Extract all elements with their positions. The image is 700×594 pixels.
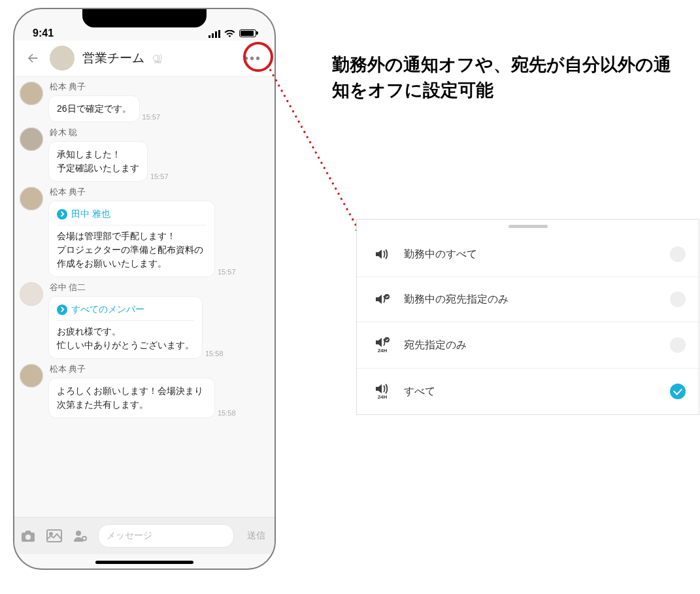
check-icon[interactable] — [670, 384, 686, 399]
svg-point-10 — [384, 294, 390, 299]
mention-label: すべてのメンバー — [71, 303, 144, 316]
radio-unchecked[interactable] — [670, 337, 686, 353]
message-time: 15:57 — [218, 268, 236, 277]
avatar[interactable] — [20, 282, 43, 306]
notification-settings-panel: 勤務中のすべて勤務中の宛先指定のみ24H宛先指定のみ24Hすべて — [356, 219, 699, 415]
add-person-icon[interactable] — [72, 528, 89, 544]
more-menu-button[interactable]: ••• — [240, 48, 265, 69]
option-label: 勤務中のすべて — [396, 248, 670, 261]
avatar[interactable] — [20, 82, 43, 105]
sender-name: 松本 典子 — [48, 364, 268, 375]
chat-body[interactable]: 松本 典子26日で確定です。15:57鈴木 聡承知しました！ 予定確認いたします… — [14, 76, 275, 527]
chat-title: 営業チーム — [82, 50, 144, 67]
battery-icon — [239, 29, 256, 37]
avatar[interactable] — [20, 364, 43, 388]
notification-option[interactable]: 24Hすべて — [357, 369, 699, 414]
svg-text:24H: 24H — [154, 60, 161, 63]
radio-unchecked[interactable] — [670, 246, 686, 262]
mention-arrow-icon — [57, 305, 67, 315]
message-text: 会場は管理部で手配します！ プロジェクターの準備と配布資料の作成をお願いいたしま… — [57, 229, 207, 271]
signal-icon — [208, 27, 220, 39]
drag-handle[interactable] — [508, 225, 548, 228]
gallery-icon[interactable] — [46, 528, 63, 544]
mention-arrow-icon — [57, 209, 67, 220]
chat-header: 営業チーム 24H ••• — [14, 41, 275, 76]
sender-name: 松本 典子 — [48, 82, 268, 93]
phone-frame: 9:41 営業チーム 24H ••• 松本 典子26日で確定です。15:57鈴木… — [13, 8, 276, 570]
message-text: 承知しました！ 予定確認いたします — [57, 148, 139, 175]
svg-point-7 — [76, 531, 81, 536]
speaker-icon: 24H — [369, 383, 396, 400]
message-row: 鈴木 聡承知しました！ 予定確認いたします15:57 — [20, 127, 268, 182]
camera-icon[interactable] — [20, 528, 37, 544]
message-time: 15:58 — [205, 350, 224, 359]
svg-point-11 — [384, 337, 390, 342]
notification-option[interactable]: 勤務中の宛先指定のみ — [357, 277, 699, 322]
notification-option[interactable]: 勤務中のすべて — [357, 232, 699, 277]
svg-point-6 — [50, 533, 52, 535]
send-button[interactable]: 送信 — [243, 530, 269, 542]
message-bubble[interactable]: 田中 雅也会場は管理部で手配します！ プロジェクターの準備と配布資料の作成をお願… — [48, 201, 215, 277]
message-time: 15:58 — [218, 409, 236, 418]
message-bubble[interactable]: 承知しました！ 予定確認いたします — [48, 141, 148, 182]
speaker-icon: 24H — [369, 337, 396, 354]
speaker-icon — [369, 293, 396, 305]
mention-tag[interactable]: すべてのメンバー — [57, 303, 194, 321]
message-row: 松本 典子田中 雅也会場は管理部で手配します！ プロジェクターの準備と配布資料の… — [20, 187, 268, 277]
message-text: よろしくお願いします！会場決まり次第また共有します。 — [57, 384, 207, 412]
svg-rect-3 — [218, 30, 220, 38]
message-row: 松本 典子26日で確定です。15:57 — [20, 82, 268, 122]
back-button[interactable] — [24, 49, 42, 67]
sender-name: 松本 典子 — [48, 187, 268, 198]
notification-option[interactable]: 24H宛先指定のみ — [357, 322, 699, 369]
message-text: お疲れ様です。 忙しい中ありがとうございます。 — [57, 325, 194, 352]
sender-name: 谷中 信二 — [48, 282, 268, 293]
avatar[interactable] — [20, 127, 43, 151]
message-bubble[interactable]: よろしくお願いします！会場決まり次第また共有します。 — [48, 378, 215, 418]
status-time: 9:41 — [33, 27, 54, 39]
message-text: 26日で確定です。 — [57, 102, 131, 116]
compose-bar: メッセージ 送信 — [14, 517, 275, 554]
message-time: 15:57 — [142, 113, 161, 122]
notch — [82, 9, 207, 27]
message-bubble[interactable]: 26日で確定です。 — [48, 95, 140, 122]
mention-tag[interactable]: 田中 雅也 — [57, 207, 207, 225]
message-row: 松本 典子よろしくお願いします！会場決まり次第また共有します。15:58 — [20, 364, 268, 418]
avatar[interactable] — [20, 187, 43, 210]
speaker-icon — [369, 248, 396, 260]
wifi-icon — [224, 27, 235, 39]
option-label: 宛先指定のみ — [396, 338, 670, 352]
svg-rect-2 — [215, 31, 217, 38]
svg-rect-1 — [212, 33, 214, 38]
option-label: すべて — [396, 385, 670, 399]
message-input[interactable]: メッセージ — [98, 524, 234, 548]
sender-name: 鈴木 聡 — [48, 127, 268, 139]
message-row: 谷中 信二すべてのメンバーお疲れ様です。 忙しい中ありがとうございます。15:5… — [20, 282, 268, 359]
option-label: 勤務中の宛先指定のみ — [396, 293, 670, 306]
header-avatar[interactable] — [50, 46, 75, 71]
annotation-caption: 勤務外の通知オフや、宛先が自分以外の通知をオフに設定可能 — [332, 52, 685, 103]
message-time: 15:57 — [150, 173, 169, 182]
mention-label: 田中 雅也 — [71, 207, 110, 221]
svg-rect-0 — [208, 35, 210, 38]
message-bubble[interactable]: すべてのメンバーお疲れ様です。 忙しい中ありがとうございます。 — [48, 296, 203, 359]
sound-24h-icon: 24H — [152, 53, 169, 63]
radio-unchecked[interactable] — [670, 291, 686, 307]
home-indicator — [95, 561, 193, 564]
